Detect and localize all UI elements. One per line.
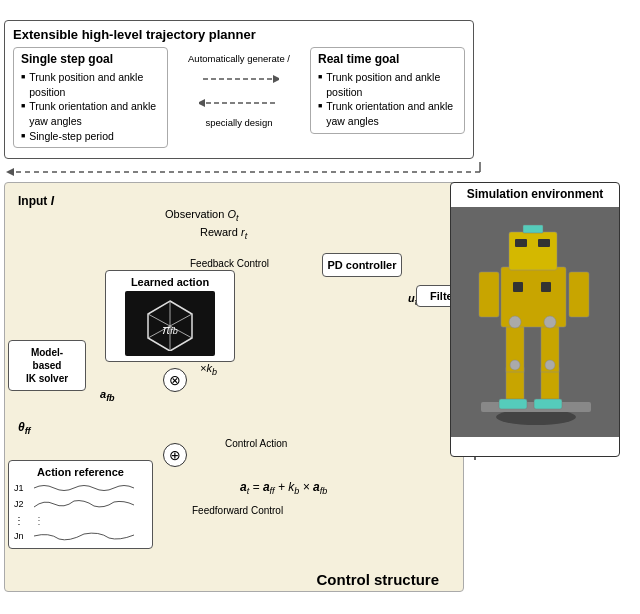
sim-env-box: Simulation environment [450,182,620,457]
single-step-item-1: Trunk position and ankle position [21,70,160,99]
svg-rect-59 [538,239,550,247]
joint-row-jn: Jn [14,529,147,543]
ik-solver-label: Model-basedIK solver [14,346,80,385]
action-ref-box: Action reference J1 J2 ⋮ ⋮ Jn [8,460,153,549]
svg-rect-57 [523,225,543,233]
joint-j1-label: J1 [14,483,30,493]
realtime-title: Real time goal [318,52,457,66]
single-step-list: Trunk position and ankle position Trunk … [21,70,160,143]
multiply-circle: ⊗ [163,368,187,392]
joint-row-dots: ⋮ ⋮ [14,513,147,527]
reward-var: rt [241,226,247,238]
joint-jn-label: Jn [14,531,30,541]
learned-action-display: πfb [125,291,215,356]
a-fb-label: afb [100,388,115,403]
middle-arrow-back-svg [199,93,279,113]
control-structure-label: Control structure [316,571,439,588]
realtime-item-2: Trunk orientation and ankle yaw angles [318,99,457,128]
svg-marker-36 [273,75,279,83]
add-circle: ⊕ [163,443,187,467]
svg-point-65 [544,316,556,328]
diagram: Extensible high-level trajectory planner… [0,0,624,596]
svg-text:πfb: πfb [162,323,178,337]
observation-label: Observation Ot [165,208,238,223]
svg-rect-49 [499,399,527,409]
planner-inner: Single step goal Trunk position and ankl… [13,47,465,148]
single-step-item-3: Single-step period [21,129,160,144]
planner-box: Extensible high-level trajectory planner… [4,20,474,159]
svg-rect-58 [515,239,527,247]
learned-action-box: Learned action πfb [105,270,235,362]
joint-rows: J1 J2 ⋮ ⋮ Jn [14,481,147,543]
joint-j2-label: J2 [14,499,30,509]
svg-marker-38 [199,99,205,107]
obs-var: Ot [227,208,238,220]
svg-rect-61 [541,282,551,292]
joint-j1-wave [34,482,134,494]
svg-rect-54 [479,272,499,317]
control-action-label: Control Action [225,438,287,449]
joint-dots-label: ⋮ [14,515,30,526]
input-label: Input I [18,194,54,208]
planner-title: Extensible high-level trajectory planner [13,27,465,42]
middle-section: Automatically generate / specially desig… [172,47,306,130]
joint-j2-wave [34,498,134,510]
kb-label: ×kb [200,362,217,377]
specially-design-label: specially design [205,117,272,129]
single-step-item-2: Trunk orientation and ankle yaw angles [21,99,160,128]
realtime-goal-box: Real time goal Trunk position and ankle … [310,47,465,134]
realtime-list: Trunk position and ankle position Trunk … [318,70,457,129]
middle-arrow-svg [199,69,279,89]
feedforward-ctrl-label: Feedforward Control [192,505,283,516]
auto-generate-label: Automatically generate / [188,53,290,65]
sim-env-title: Simulation environment [451,183,619,207]
robot-svg [451,207,619,437]
sim-env-image [451,207,619,437]
feedback-ctrl-label: Feedback Control [190,258,269,269]
svg-rect-56 [509,232,557,270]
joint-row-j1: J1 [14,481,147,495]
theta-ff-label: θff [18,420,31,436]
realtime-item-1: Trunk position and ankle position [318,70,457,99]
pd-controller-box: PD controller [322,253,402,277]
single-step-title: Single step goal [21,52,160,66]
polygon-icon: πfb [140,296,200,351]
svg-point-64 [509,316,521,328]
svg-rect-60 [513,282,523,292]
ik-solver-box: Model-basedIK solver [8,340,86,391]
joint-jn-wave [34,530,134,542]
svg-rect-55 [569,272,589,317]
joint-row-j2: J2 [14,497,147,511]
single-step-box: Single step goal Trunk position and ankl… [13,47,168,148]
learned-action-title: Learned action [111,276,229,288]
input-var: I [51,194,54,208]
action-ref-title: Action reference [14,466,147,478]
svg-rect-50 [534,399,562,409]
at-formula: at = aff + kb × afb [240,480,327,496]
reward-label: Reward rt [200,226,247,241]
svg-marker-1 [6,168,14,176]
pd-controller-label: PD controller [327,259,397,271]
svg-point-63 [545,360,555,370]
svg-point-62 [510,360,520,370]
